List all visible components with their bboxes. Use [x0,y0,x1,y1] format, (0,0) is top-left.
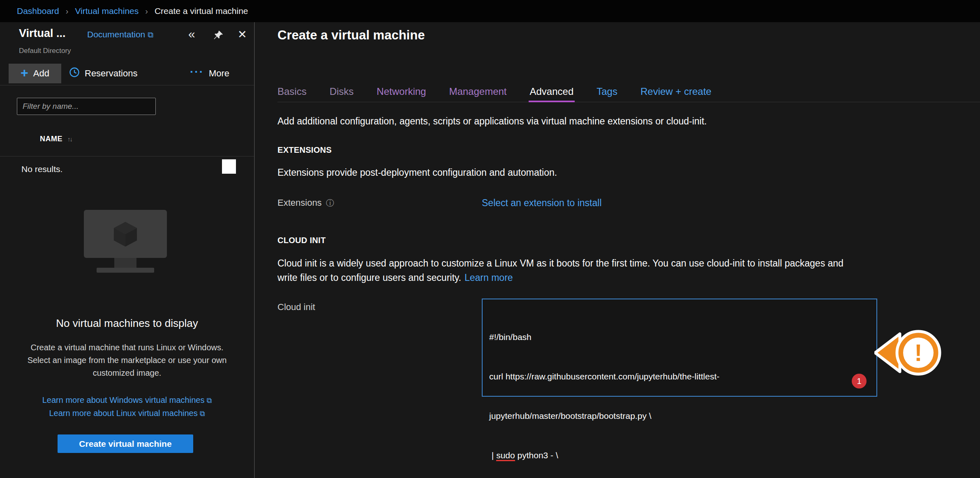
breadcrumb-separator-icon: › [66,7,69,16]
breadcrumb: Dashboard › Virtual machines › Create a … [0,0,980,22]
tab-tags[interactable]: Tags [596,81,617,102]
list-divider [0,156,254,156]
learn-windows-link[interactable]: Learn more about Windows virtual machine… [0,394,254,407]
plus-icon: + [21,66,28,79]
cloud-init-section-header: CLOUD INIT [277,236,326,245]
error-count-badge: 1 [852,374,867,388]
create-vm-blade: Create a virtual machine Basics Disks Ne… [256,22,980,478]
misspelled-word: sudo [496,450,515,461]
monitor-base [97,268,154,273]
reservations-button[interactable]: Reservations [69,62,137,85]
attention-callout: ! [874,323,948,383]
extensions-description: Extensions provide post-deployment confi… [277,167,557,178]
cloud-init-field-label: Cloud init [277,302,315,313]
tab-review-create[interactable]: Review + create [640,81,712,102]
clock-icon [69,67,80,80]
create-virtual-machine-button[interactable]: Create virtual machine [58,434,193,453]
extensions-field-label: Extensionsⓘ [277,198,334,209]
more-button[interactable]: ··· More [190,62,229,85]
advanced-intro-text: Add additional configuration, agents, sc… [277,116,707,127]
panel-toolbar: + Add Reservations ··· More [0,62,254,85]
external-link-icon: ⧉ [200,409,205,418]
page-title: Create a virtual machine [277,28,425,43]
extensions-section-header: EXTENSIONS [277,145,332,155]
empty-vm-illustration [84,210,167,273]
external-link-icon: ⧉ [206,396,212,404]
filter-by-name-input[interactable] [17,98,156,115]
select-checkbox[interactable] [222,159,236,174]
pin-icon[interactable] [213,30,224,42]
cloud-init-editor[interactable]: #!/bin/bash curl https://raw.githubuserc… [482,299,877,397]
breadcrumb-current: Create a virtual machine [155,6,248,16]
breadcrumb-dashboard[interactable]: Dashboard [17,6,59,16]
breadcrumb-virtual-machines[interactable]: Virtual machines [75,6,139,16]
azure-portal: Dashboard › Virtual machines › Create a … [0,0,980,478]
documentation-link[interactable]: Documentation⧉ [87,30,153,39]
external-link-icon: ⧉ [148,30,153,39]
tab-bar: Basics Disks Networking Management Advan… [277,81,980,102]
breadcrumb-separator-icon: › [145,7,148,16]
name-column-header[interactable]: NAME↑↓ [40,135,72,143]
cloud-init-description: Cloud init is a widely used approach to … [277,256,857,285]
vm-cube-icon [109,218,141,250]
tab-management[interactable]: Management [449,81,506,102]
monitor-stand [114,258,136,268]
close-panel-icon[interactable]: ✕ [238,28,247,41]
ellipsis-icon: ··· [190,66,204,78]
empty-state-description: Create a virtual machine that runs Linux… [24,341,230,379]
tab-networking[interactable]: Networking [377,81,426,102]
code-line: curl https://raw.githubusercontent.com/j… [489,370,870,383]
code-line: | sudo python3 - \ [489,449,870,462]
virtual-machines-panel: Virtual ... Documentation⧉ « ✕ Default D… [0,22,255,478]
code-line: #!/bin/bash [489,331,870,344]
callout-arrow-icon [875,334,900,372]
empty-state-links: Learn more about Windows virtual machine… [0,394,254,420]
add-button[interactable]: + Add [9,64,61,83]
code-line: jupyterhub/master/bootstrap/bootstrap.py… [489,409,870,423]
monitor-icon [84,210,167,258]
learn-linux-link[interactable]: Learn more about Linux virtual machines⧉ [0,407,254,420]
directory-label: Default Directory [19,47,71,55]
collapse-panel-icon[interactable]: « [188,27,195,41]
empty-state-heading: No virtual machines to display [8,317,246,330]
no-results-text: No results. [21,164,62,174]
tab-disks[interactable]: Disks [330,81,354,102]
tab-advanced[interactable]: Advanced [530,81,574,102]
sort-icon: ↑↓ [67,136,72,142]
tab-basics[interactable]: Basics [277,81,307,102]
select-extension-link[interactable]: Select an extension to install [482,198,602,209]
learn-more-link[interactable]: Learn more [465,272,513,283]
panel-title: Virtual ... [19,27,66,40]
info-icon: ⓘ [326,198,334,207]
exclamation-icon: ! [914,339,922,366]
